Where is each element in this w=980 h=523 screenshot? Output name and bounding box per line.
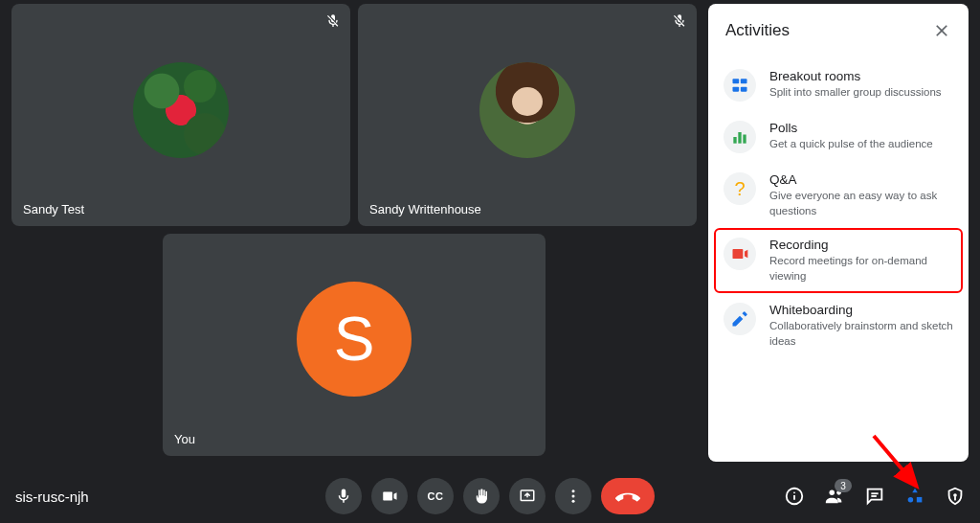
panel-title: Activities	[725, 21, 790, 40]
avatar-initial: S	[334, 304, 375, 375]
meeting-code: sis-rusc-njh	[15, 489, 89, 505]
participant-name: Sandy Test	[23, 202, 84, 216]
raise-hand-button[interactable]	[463, 478, 500, 514]
center-controls: CC	[325, 478, 655, 514]
captions-button[interactable]: CC	[417, 478, 454, 514]
hand-icon	[473, 488, 490, 505]
self-avatar: S	[297, 282, 412, 397]
svg-rect-0	[733, 79, 740, 83]
camera-icon	[381, 488, 398, 505]
svg-point-9	[572, 495, 575, 498]
activity-breakout-rooms[interactable]: Breakout rooms Split into smaller group …	[714, 59, 963, 111]
whiteboarding-icon	[724, 303, 756, 335]
svg-point-10	[572, 500, 575, 503]
mic-button[interactable]	[325, 478, 362, 514]
activity-title: Breakout rooms	[769, 69, 942, 83]
polls-icon	[724, 121, 756, 153]
participant-name: Sandy Writtenhouse	[369, 202, 481, 216]
activities-icon	[904, 486, 925, 507]
avatar	[133, 62, 229, 158]
svg-rect-1	[741, 79, 747, 83]
activity-whiteboarding[interactable]: Whiteboarding Collaboratively brainstorm…	[714, 293, 963, 358]
present-icon	[519, 488, 536, 505]
close-icon	[932, 21, 951, 40]
participant-name: You	[174, 432, 195, 446]
end-call-button[interactable]	[601, 478, 655, 514]
present-button[interactable]	[509, 478, 546, 514]
activities-list: Breakout rooms Split into smaller group …	[708, 52, 969, 366]
camera-button[interactable]	[371, 478, 408, 514]
self-tile[interactable]: S You	[163, 234, 546, 456]
video-grid: Sandy Test Sandy Writtenhouse S You	[11, 4, 701, 464]
activity-subtitle: Split into smaller group discussions	[769, 85, 942, 101]
more-options-button[interactable]	[555, 478, 591, 514]
activity-recording[interactable]: Recording Record meetings for on-demand …	[714, 228, 963, 293]
close-button[interactable]	[930, 19, 953, 42]
activities-button[interactable]	[903, 485, 926, 508]
qa-icon: ?	[724, 172, 756, 205]
participant-tile-2[interactable]: Sandy Writtenhouse	[358, 4, 697, 226]
svg-rect-3	[741, 87, 747, 92]
activity-subtitle: Collaboratively brainstorm and sketch id…	[769, 319, 953, 349]
mic-muted-icon	[670, 11, 689, 31]
shield-icon	[945, 486, 966, 507]
people-count-badge: 3	[835, 479, 852, 492]
right-controls: 3	[783, 485, 967, 508]
svg-rect-2	[733, 87, 740, 92]
activity-polls[interactable]: Polls Get a quick pulse of the audience	[714, 111, 963, 163]
activity-subtitle: Get a quick pulse of the audience	[769, 137, 933, 152]
svg-point-18	[908, 497, 914, 503]
svg-rect-4	[733, 137, 736, 144]
svg-rect-19	[917, 497, 923, 503]
mic-muted-icon	[323, 11, 343, 31]
chat-icon	[864, 486, 885, 507]
more-vertical-icon	[565, 488, 582, 505]
recording-icon	[724, 238, 756, 270]
svg-rect-5	[738, 132, 741, 144]
meeting-details-button[interactable]	[783, 485, 806, 508]
activities-panel: Activities Breakout rooms Split into sma…	[708, 4, 969, 462]
end-call-icon	[615, 484, 640, 509]
cc-icon: CC	[428, 490, 444, 502]
chat-button[interactable]	[863, 485, 886, 508]
svg-rect-6	[743, 135, 746, 144]
activity-subtitle: Record meetings for on-demand viewing	[769, 254, 953, 284]
bottom-bar: sis-rusc-njh CC 3	[0, 469, 980, 523]
activity-title: Recording	[769, 238, 953, 252]
host-controls-button[interactable]	[944, 485, 967, 508]
avatar	[479, 62, 575, 158]
info-icon	[784, 486, 805, 507]
breakout-rooms-icon	[724, 69, 756, 102]
participant-tile-1[interactable]: Sandy Test	[11, 4, 350, 226]
svg-point-8	[572, 489, 575, 492]
activity-title: Q&A	[769, 172, 953, 187]
mic-icon	[335, 488, 352, 505]
svg-point-13	[793, 491, 795, 493]
activity-subtitle: Give everyone an easy way to ask questio…	[769, 189, 953, 218]
activity-qa[interactable]: ? Q&A Give everyone an easy way to ask q…	[714, 163, 963, 228]
activity-title: Polls	[769, 121, 933, 135]
svg-point-14	[830, 490, 835, 495]
activity-title: Whiteboarding	[769, 303, 953, 317]
people-button[interactable]: 3	[823, 485, 846, 508]
